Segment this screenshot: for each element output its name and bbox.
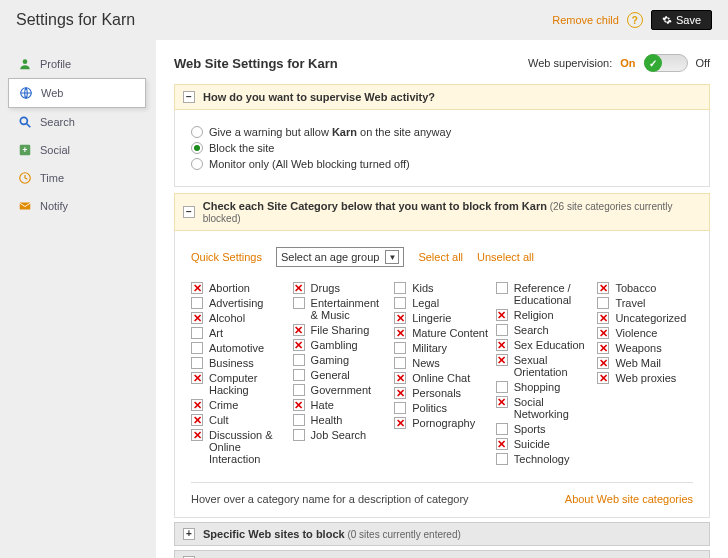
sidebar-item-web[interactable]: Web: [8, 78, 146, 108]
category-item[interactable]: ✕Web Mail: [597, 357, 693, 369]
category-item[interactable]: ✕Religion: [496, 309, 592, 321]
category-checkbox[interactable]: [191, 342, 203, 354]
category-checkbox[interactable]: ✕: [496, 339, 508, 351]
category-checkbox[interactable]: ✕: [597, 342, 609, 354]
category-checkbox[interactable]: [394, 402, 406, 414]
category-item[interactable]: Legal: [394, 297, 490, 309]
category-item[interactable]: ✕Hate: [293, 399, 389, 411]
category-item[interactable]: Travel: [597, 297, 693, 309]
category-checkbox[interactable]: [394, 282, 406, 294]
quick-settings-link[interactable]: Quick Settings: [191, 251, 262, 263]
age-group-select[interactable]: Select an age group ▼: [276, 247, 404, 267]
category-checkbox[interactable]: ✕: [496, 438, 508, 450]
collapse-toggle[interactable]: −: [183, 206, 195, 218]
unselect-all-link[interactable]: Unselect all: [477, 251, 534, 263]
category-checkbox[interactable]: ✕: [597, 327, 609, 339]
category-checkbox[interactable]: ✕: [496, 309, 508, 321]
category-item[interactable]: ✕Computer Hacking: [191, 372, 287, 396]
option-block[interactable]: Block the site: [191, 142, 693, 154]
category-item[interactable]: ✕File Sharing: [293, 324, 389, 336]
category-item[interactable]: ✕Violence: [597, 327, 693, 339]
category-checkbox[interactable]: [496, 381, 508, 393]
category-checkbox[interactable]: [293, 384, 305, 396]
category-checkbox[interactable]: ✕: [394, 312, 406, 324]
category-item[interactable]: ✕Alcohol: [191, 312, 287, 324]
category-item[interactable]: Entertainment & Music: [293, 297, 389, 321]
category-checkbox[interactable]: ✕: [191, 312, 203, 324]
category-item[interactable]: Politics: [394, 402, 490, 414]
category-item[interactable]: ✕Personals: [394, 387, 490, 399]
collapse-toggle[interactable]: −: [183, 91, 195, 103]
category-item[interactable]: Job Search: [293, 429, 389, 441]
category-item[interactable]: ✕Abortion: [191, 282, 287, 294]
expand-toggle[interactable]: +: [183, 528, 195, 540]
category-checkbox[interactable]: [597, 297, 609, 309]
category-checkbox[interactable]: ✕: [293, 282, 305, 294]
category-item[interactable]: ✕Drugs: [293, 282, 389, 294]
sidebar-item-notify[interactable]: Notify: [8, 192, 146, 220]
category-item[interactable]: ✕Mature Content: [394, 327, 490, 339]
category-checkbox[interactable]: [496, 282, 508, 294]
category-checkbox[interactable]: ✕: [191, 414, 203, 426]
category-checkbox[interactable]: [496, 453, 508, 465]
category-checkbox[interactable]: [394, 342, 406, 354]
category-checkbox[interactable]: ✕: [496, 354, 508, 366]
category-checkbox[interactable]: ✕: [191, 282, 203, 294]
help-icon[interactable]: ?: [627, 12, 643, 28]
select-all-link[interactable]: Select all: [418, 251, 463, 263]
save-button[interactable]: Save: [651, 10, 712, 30]
category-checkbox[interactable]: ✕: [394, 417, 406, 429]
category-item[interactable]: ✕Suicide: [496, 438, 592, 450]
category-checkbox[interactable]: ✕: [597, 282, 609, 294]
category-checkbox[interactable]: [191, 327, 203, 339]
category-checkbox[interactable]: ✕: [394, 327, 406, 339]
category-checkbox[interactable]: ✕: [293, 399, 305, 411]
category-item[interactable]: ✕Online Chat: [394, 372, 490, 384]
category-item[interactable]: Automotive: [191, 342, 287, 354]
category-item[interactable]: ✕Weapons: [597, 342, 693, 354]
category-checkbox[interactable]: [293, 297, 305, 309]
option-warn[interactable]: Give a warning but allow Karn on the sit…: [191, 126, 693, 138]
sidebar-item-profile[interactable]: Profile: [8, 50, 146, 78]
category-item[interactable]: ✕Uncategorized: [597, 312, 693, 324]
category-item[interactable]: Shopping: [496, 381, 592, 393]
category-checkbox[interactable]: [293, 414, 305, 426]
category-checkbox[interactable]: ✕: [293, 339, 305, 351]
category-item[interactable]: Art: [191, 327, 287, 339]
specific-allow-section[interactable]: + Specific Web sites to allow (3 sites c…: [174, 550, 710, 558]
category-item[interactable]: ✕Social Networking: [496, 396, 592, 420]
category-checkbox[interactable]: ✕: [597, 312, 609, 324]
specific-block-section[interactable]: + Specific Web sites to block (0 sites c…: [174, 522, 710, 546]
category-checkbox[interactable]: [293, 369, 305, 381]
category-item[interactable]: Kids: [394, 282, 490, 294]
category-item[interactable]: ✕Gambling: [293, 339, 389, 351]
category-checkbox[interactable]: ✕: [191, 399, 203, 411]
category-checkbox[interactable]: ✕: [394, 372, 406, 384]
category-item[interactable]: News: [394, 357, 490, 369]
supervision-toggle[interactable]: ✓: [644, 54, 688, 72]
category-checkbox[interactable]: ✕: [191, 372, 203, 384]
category-checkbox[interactable]: ✕: [394, 387, 406, 399]
category-item[interactable]: Government: [293, 384, 389, 396]
category-item[interactable]: ✕Sex Education: [496, 339, 592, 351]
category-item[interactable]: ✕Cult: [191, 414, 287, 426]
category-item[interactable]: Technology: [496, 453, 592, 465]
sidebar-item-social[interactable]: + Social: [8, 136, 146, 164]
sidebar-item-time[interactable]: Time: [8, 164, 146, 192]
category-checkbox[interactable]: [293, 429, 305, 441]
category-item[interactable]: ✕Lingerie: [394, 312, 490, 324]
category-item[interactable]: Advertising: [191, 297, 287, 309]
category-item[interactable]: General: [293, 369, 389, 381]
category-item[interactable]: Health: [293, 414, 389, 426]
category-item[interactable]: ✕Web proxies: [597, 372, 693, 384]
about-categories-link[interactable]: About Web site categories: [565, 493, 693, 505]
category-item[interactable]: Search: [496, 324, 592, 336]
category-checkbox[interactable]: [496, 324, 508, 336]
category-item[interactable]: Business: [191, 357, 287, 369]
category-checkbox[interactable]: [496, 423, 508, 435]
category-checkbox[interactable]: [394, 357, 406, 369]
category-item[interactable]: Sports: [496, 423, 592, 435]
remove-child-link[interactable]: Remove child: [552, 14, 619, 26]
category-checkbox[interactable]: ✕: [496, 396, 508, 408]
category-checkbox[interactable]: ✕: [191, 429, 203, 441]
